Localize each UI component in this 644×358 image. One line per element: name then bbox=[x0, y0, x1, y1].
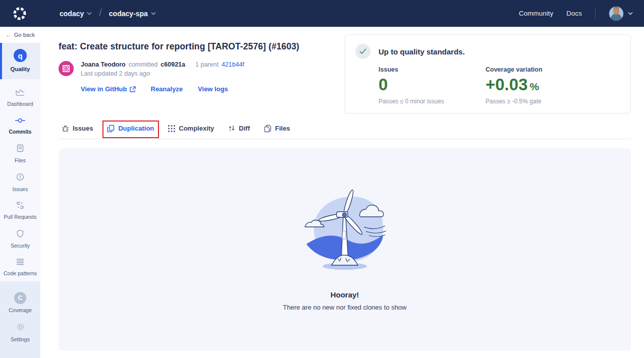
commit-tabs: Issues Duplication Complexity Diff bbox=[59, 125, 631, 139]
tab-label: Duplication bbox=[118, 125, 154, 132]
sidebar-item-commits[interactable]: Commits bbox=[0, 112, 40, 140]
metric-coverage-variation: Coverage variation +0.03% Passes ≥ -0.5%… bbox=[486, 66, 543, 105]
chevron-down-icon bbox=[151, 12, 156, 15]
sidebar-item-label: Commits bbox=[1, 129, 39, 135]
view-logs-link[interactable]: View logs bbox=[198, 85, 228, 93]
quality-status-text: Up to quality standards. bbox=[379, 47, 465, 56]
code-patterns-icon bbox=[16, 258, 24, 265]
metric-gate: Passes ≥ -0.5% gate bbox=[486, 98, 543, 105]
sidebar-bottom-section: C Coverage Settings bbox=[0, 281, 40, 358]
sidebar-item-dashboard[interactable]: Dashboard bbox=[0, 84, 40, 112]
check-icon bbox=[355, 44, 370, 59]
docs-link[interactable]: Docs bbox=[566, 10, 582, 17]
codacy-logo-icon bbox=[12, 6, 27, 21]
tab-complexity[interactable]: Complexity bbox=[168, 125, 214, 133]
clone-icon bbox=[107, 125, 115, 133]
metric-value: 0 bbox=[379, 76, 454, 94]
committed-label: committed bbox=[129, 61, 158, 68]
sidebar-item-coverage[interactable]: C Coverage bbox=[0, 287, 40, 318]
navbar-divider bbox=[595, 8, 596, 19]
sidebar-item-issues[interactable]: Issues bbox=[0, 168, 40, 197]
issue-icon bbox=[16, 173, 24, 181]
coverage-icon: C bbox=[14, 292, 26, 304]
pull-request-icon bbox=[16, 202, 25, 209]
view-in-github-link[interactable]: View in GitHub bbox=[81, 85, 136, 93]
tab-files[interactable]: Files bbox=[264, 125, 290, 133]
empty-state-title: Hooray! bbox=[331, 290, 359, 299]
sidebar-section-quality[interactable]: q Quality bbox=[0, 43, 40, 79]
tab-duplication[interactable]: Duplication bbox=[107, 125, 154, 133]
wind-turbine-illustration bbox=[295, 185, 394, 274]
metric-gate: Passes ≤ 0 minor issues bbox=[379, 98, 454, 105]
commit-sha: c60921a bbox=[160, 61, 185, 68]
grid-icon bbox=[168, 125, 175, 132]
community-link[interactable]: Community bbox=[519, 10, 553, 17]
duplication-empty-panel: Hooray! There are no new nor fixed clone… bbox=[59, 148, 631, 351]
tab-label: Files bbox=[275, 125, 290, 132]
files-icon bbox=[264, 125, 272, 133]
diff-icon bbox=[228, 125, 235, 132]
user-avatar bbox=[609, 6, 624, 21]
sidebar-item-label: Files bbox=[1, 157, 39, 163]
committer-name: Joana Teodoro bbox=[81, 61, 126, 68]
view-in-github-label: View in GitHub bbox=[81, 85, 127, 93]
back-arrow-icon: ← bbox=[6, 31, 12, 38]
chevron-down-icon bbox=[628, 12, 633, 15]
org-selector[interactable]: codacy bbox=[60, 10, 92, 18]
metric-label: Issues bbox=[379, 66, 454, 73]
commit-icon bbox=[15, 117, 25, 124]
metric-issues: Issues 0 Passes ≤ 0 minor issues bbox=[379, 66, 454, 105]
parent-label: 1 parent bbox=[195, 61, 219, 68]
sidebar-item-label: Pull Requests bbox=[1, 214, 39, 220]
sidebar-item-label: Security bbox=[1, 243, 39, 249]
quality-standards-card: Up to quality standards. Issues 0 Passes… bbox=[345, 34, 631, 113]
metric-label: Coverage variation bbox=[486, 66, 543, 73]
parent-sha-link[interactable]: 421b44f bbox=[222, 61, 244, 68]
empty-state-message: There are no new nor fixed clones to sho… bbox=[283, 304, 407, 311]
org-name: codacy bbox=[60, 10, 84, 18]
shield-icon bbox=[17, 229, 24, 237]
go-back-button[interactable]: ← Go back bbox=[0, 27, 40, 43]
quality-badge-icon: q bbox=[14, 49, 27, 62]
gear-icon bbox=[16, 323, 25, 331]
sidebar-item-label: Settings bbox=[1, 336, 39, 342]
file-icon bbox=[17, 144, 24, 152]
chevron-down-icon bbox=[87, 12, 92, 15]
page-title: feat: Create structure for reporting [TA… bbox=[59, 41, 345, 52]
left-sidebar: ← Go back q Quality Dashboard Commits Fi… bbox=[0, 27, 40, 358]
repo-name: codacy-spa bbox=[109, 10, 148, 18]
tab-label: Issues bbox=[73, 125, 93, 132]
external-link-icon bbox=[130, 86, 136, 92]
sidebar-item-files[interactable]: Files bbox=[0, 140, 40, 168]
go-back-label: Go back bbox=[14, 32, 35, 38]
top-navbar: codacy / codacy-spa Community Docs bbox=[0, 0, 644, 27]
committer-identicon bbox=[59, 61, 74, 76]
tab-diff[interactable]: Diff bbox=[228, 125, 250, 133]
dashboard-icon bbox=[16, 89, 25, 96]
metric-value: +0.03% bbox=[486, 76, 543, 94]
sidebar-item-security[interactable]: Security bbox=[0, 225, 40, 254]
bug-icon bbox=[62, 125, 69, 133]
sidebar-item-label: Issues bbox=[1, 186, 39, 192]
breadcrumb-separator: / bbox=[99, 7, 102, 19]
metric-unit: % bbox=[530, 81, 540, 92]
repo-selector[interactable]: codacy-spa bbox=[109, 10, 156, 18]
last-updated: Last updated 2 days ago bbox=[81, 70, 244, 77]
tab-label: Diff bbox=[239, 125, 250, 132]
reanalyze-button[interactable]: Reanalyze bbox=[151, 85, 183, 93]
sidebar-item-pull-requests[interactable]: Pull Requests bbox=[0, 197, 40, 225]
sidebar-item-code-patterns[interactable]: Code patterns bbox=[0, 254, 40, 281]
sidebar-item-label: Coverage bbox=[1, 307, 39, 313]
sidebar-item-label: Code patterns bbox=[1, 270, 39, 276]
tab-label: Complexity bbox=[179, 125, 214, 132]
sidebar-item-label: Dashboard bbox=[1, 101, 39, 107]
commit-meta-row: Joana Teodoro committed c60921a 1 parent… bbox=[59, 61, 345, 77]
codacy-logo[interactable] bbox=[11, 5, 28, 22]
sidebar-item-settings[interactable]: Settings bbox=[0, 318, 40, 347]
user-menu[interactable] bbox=[609, 6, 633, 21]
tab-issues[interactable]: Issues bbox=[62, 125, 93, 133]
codacy-commit-page: codacy / codacy-spa Community Docs ← Go … bbox=[0, 0, 644, 358]
quality-label: Quality bbox=[0, 66, 40, 72]
main-content: feat: Create structure for reporting [TA… bbox=[40, 27, 644, 358]
